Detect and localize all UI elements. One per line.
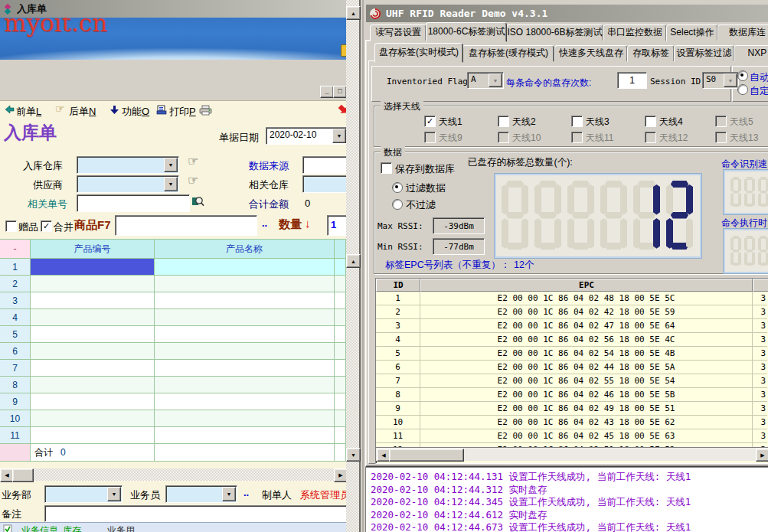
quantity-input[interactable]: 1: [327, 215, 348, 236]
chevron-down-icon[interactable]: ▼: [164, 177, 178, 191]
epc-table-row[interactable]: 5E2 00 00 1C 86 04 02 54 18 00 5E 4B3: [376, 347, 767, 361]
product-name-cell[interactable]: [155, 343, 335, 360]
sub-tab-2[interactable]: 快速多天线盘存: [554, 45, 628, 62]
data-source-input[interactable]: [302, 156, 348, 174]
product-name-cell[interactable]: [155, 276, 335, 292]
main-tab-2[interactable]: ISO 18000-6B标签测试: [506, 24, 603, 41]
checkbox-box[interactable]: ✓: [424, 116, 436, 127]
table-cell[interactable]: [335, 292, 346, 309]
table-cell[interactable]: [0, 444, 31, 462]
chevron-down-icon[interactable]: ▼: [222, 487, 236, 501]
quantity-down-arrow-icon[interactable]: ↓: [305, 217, 311, 230]
sub-tab-4[interactable]: 设置标签过滤: [674, 45, 734, 62]
sub-tab-3[interactable]: 存取标签: [627, 45, 675, 62]
main-tab-0[interactable]: 读写器设置: [370, 24, 426, 41]
table-scroll-down-icon[interactable]: ▼: [346, 448, 361, 462]
chevron-down-icon[interactable]: ▼: [332, 129, 346, 143]
product-code-cell[interactable]: [31, 410, 155, 427]
table-cell[interactable]: -: [0, 240, 31, 259]
filter-data-radio[interactable]: [392, 182, 403, 193]
remark-input[interactable]: [44, 505, 348, 522]
product-name-cell[interactable]: [155, 410, 335, 427]
inventory-count-input[interactable]: 1: [617, 72, 647, 89]
epc-table-row[interactable]: 2E2 00 00 1C 86 04 02 42 18 00 5E 593: [376, 305, 767, 319]
maximize-button[interactable]: □: [333, 86, 347, 98]
row-number[interactable]: 7: [0, 360, 31, 377]
product-name-cell[interactable]: [155, 427, 335, 444]
epc-table-hscrollbar[interactable]: ◀ ▶: [376, 447, 768, 461]
search-icon[interactable]: [192, 195, 204, 207]
no-filter-radio[interactable]: [392, 199, 403, 210]
table-cell[interactable]: 产品编号: [31, 240, 155, 259]
table-cell[interactable]: [335, 309, 346, 326]
table-cell[interactable]: [335, 393, 346, 410]
row-number[interactable]: 4: [0, 309, 31, 326]
chevron-down-icon[interactable]: ▼: [107, 487, 121, 501]
product-code-cell[interactable]: [31, 309, 155, 326]
epc-table-row[interactable]: 4E2 00 00 1C 86 04 02 56 18 00 5E 4C3: [376, 333, 767, 347]
salesman-combobox[interactable]: ▼: [165, 485, 237, 503]
print-button[interactable]: 打印P: [169, 105, 196, 119]
checkbox-box[interactable]: [571, 116, 583, 127]
product-input[interactable]: [115, 215, 257, 236]
product-code-cell[interactable]: [31, 377, 155, 393]
product-dots[interactable]: ..: [262, 217, 267, 229]
log-output[interactable]: 2020-02-10 04:12:44.131 设置工作天线成功, 当前工作天线…: [365, 467, 768, 532]
sub-tab-5[interactable]: NXP T: [734, 45, 768, 62]
product-name-cell[interactable]: [155, 309, 335, 326]
epc-table-header-count[interactable]: [753, 279, 768, 292]
epc-table-row[interactable]: 10E2 00 00 1C 86 04 02 43 18 00 5E 623: [376, 416, 767, 429]
table-cell[interactable]: [335, 240, 346, 259]
gift-checkbox[interactable]: [5, 220, 17, 232]
rfid-titlebar[interactable]: UHF RFID Reader Demo v4.3.1: [366, 5, 768, 22]
left-vscrollbar[interactable]: ▲ ▲ ▼: [346, 0, 359, 532]
warehouse-combobox[interactable]: ▼: [77, 156, 179, 174]
doc-date-combobox[interactable]: 2020-02-10▼: [266, 127, 348, 145]
auto-mode-radio[interactable]: [737, 70, 748, 81]
chevron-down-icon[interactable]: ▼: [164, 158, 178, 172]
table-cell[interactable]: [155, 444, 335, 462]
epc-table-row[interactable]: 7E2 00 00 1C 86 04 02 55 18 00 5E 543: [376, 374, 767, 388]
product-code-cell[interactable]: [31, 360, 155, 377]
product-name-cell[interactable]: [155, 393, 335, 410]
product-name-cell[interactable]: [155, 377, 335, 393]
main-tab-3[interactable]: 串口监控数据: [603, 24, 667, 41]
row-number[interactable]: 10: [0, 410, 31, 427]
merge-checkbox[interactable]: ✓: [41, 220, 52, 232]
epc-table-row[interactable]: 1E2 00 00 1C 86 04 02 48 18 00 5E 5C3: [376, 292, 767, 305]
product-code-cell[interactable]: [31, 393, 155, 410]
table-cell[interactable]: [335, 343, 346, 360]
product-name-cell[interactable]: [155, 292, 335, 309]
sub-tab-1[interactable]: 盘存标签(缓存模式): [462, 45, 554, 62]
epc-table-row[interactable]: 3E2 00 00 1C 86 04 02 47 18 00 5E 643: [376, 319, 767, 333]
sub-tab-0[interactable]: 盘存标签(实时模式): [374, 43, 463, 63]
prev-doc-button[interactable]: 前单L: [16, 105, 41, 119]
epc-table-row[interactable]: 8E2 00 00 1C 86 04 02 46 18 00 5E 5B3: [376, 388, 767, 402]
row-number[interactable]: 6: [0, 343, 31, 360]
scroll-up-icon[interactable]: ▲: [346, 6, 361, 20]
entry-window-titlebar[interactable]: 入库单: [0, 0, 346, 18]
row-number[interactable]: 3: [0, 292, 31, 309]
row-number[interactable]: 1: [0, 259, 31, 276]
product-name-cell[interactable]: [155, 326, 335, 343]
row-number[interactable]: 5: [0, 326, 31, 343]
warehouse-pick-hand-icon[interactable]: ☞: [188, 154, 198, 168]
supplier-pick-hand-icon[interactable]: ☞: [188, 173, 198, 188]
table-cell[interactable]: [335, 276, 346, 292]
row-number[interactable]: 8: [0, 377, 31, 393]
hscroll-thumb[interactable]: [12, 468, 34, 482]
product-code-cell[interactable]: [31, 276, 155, 292]
checkbox-box[interactable]: [498, 116, 509, 127]
scroll-right-icon[interactable]: ▶: [756, 449, 768, 462]
table-cell[interactable]: [335, 377, 346, 393]
epc-table-header-id[interactable]: ID: [376, 279, 420, 292]
save-to-db-checkbox[interactable]: [381, 162, 392, 174]
status-item-2[interactable]: 库存: [63, 524, 81, 532]
product-name-cell[interactable]: [155, 360, 335, 377]
hscroll-thumb[interactable]: [389, 449, 464, 462]
related-doc-input[interactable]: [77, 194, 190, 212]
department-combobox[interactable]: ▼: [44, 485, 123, 503]
status-item-1[interactable]: 业务信息: [21, 524, 58, 532]
table-cell[interactable]: [335, 444, 346, 462]
table-footer[interactable]: 合计0: [31, 444, 155, 462]
